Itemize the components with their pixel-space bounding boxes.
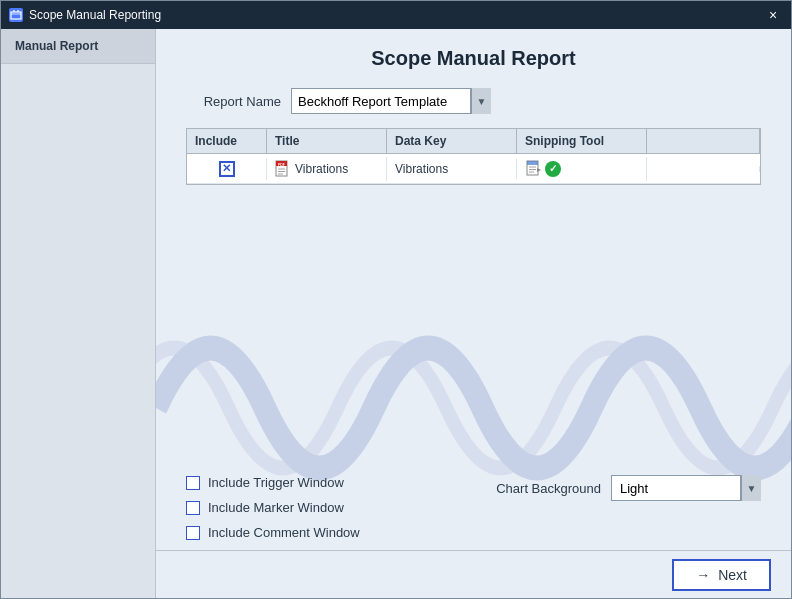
title-bar-left: Scope Manual Reporting xyxy=(9,8,161,22)
trigger-window-label: Include Trigger Window xyxy=(208,475,344,490)
col-extra xyxy=(647,129,760,153)
chart-bg-label: Chart Background xyxy=(496,481,601,496)
snip-check-icon: ✓ xyxy=(545,161,561,177)
checkboxes-column: Include Trigger Window Include Marker Wi… xyxy=(186,475,360,540)
snip-icons: ✓ xyxy=(525,160,561,178)
svg-rect-0 xyxy=(11,12,21,19)
report-table: Include Title Data Key Snipping Tool ✕ xyxy=(186,128,761,185)
spacer xyxy=(186,185,761,463)
sidebar: Manual Report xyxy=(1,29,156,598)
report-name-value: Beckhoff Report Template xyxy=(298,94,447,109)
trigger-window-row[interactable]: Include Trigger Window xyxy=(186,475,360,490)
next-button[interactable]: → Next xyxy=(672,559,771,591)
chart-bg-dropdown-arrow[interactable]: ▼ xyxy=(741,475,761,501)
cell-extra xyxy=(647,166,760,172)
table-row: ✕ PDF Vibratio xyxy=(187,154,760,184)
table-header: Include Title Data Key Snipping Tool xyxy=(187,129,760,154)
trigger-window-checkbox[interactable] xyxy=(186,476,200,490)
chart-bg-select-container[interactable]: Light ▼ xyxy=(611,475,761,501)
marker-window-row[interactable]: Include Marker Window xyxy=(186,500,360,515)
window-title: Scope Manual Reporting xyxy=(29,8,161,22)
report-name-row: Report Name Beckhoff Report Template ▼ xyxy=(186,88,761,114)
snip-doc-icon xyxy=(525,160,543,178)
close-button[interactable]: × xyxy=(763,5,783,25)
marker-window-checkbox[interactable] xyxy=(186,501,200,515)
row-datakey: Vibrations xyxy=(395,162,448,176)
svg-marker-15 xyxy=(537,168,541,172)
next-arrow: → xyxy=(696,567,710,583)
report-name-label: Report Name xyxy=(186,94,281,109)
comment-window-checkbox[interactable] xyxy=(186,526,200,540)
pdf-icon: PDF xyxy=(275,160,291,178)
sidebar-item-manual-report[interactable]: Manual Report xyxy=(1,29,155,64)
col-title: Title xyxy=(267,129,387,153)
comment-window-row[interactable]: Include Comment Window xyxy=(186,525,360,540)
row-title: Vibrations xyxy=(295,162,348,176)
comment-window-label: Include Comment Window xyxy=(208,525,360,540)
report-area: Scope Manual Report Report Name Beckhoff… xyxy=(156,29,791,598)
col-include: Include xyxy=(187,129,267,153)
svg-rect-11 xyxy=(527,161,538,165)
marker-window-label: Include Marker Window xyxy=(208,500,344,515)
main-content: Manual Report Scope Manual Report Report… xyxy=(1,29,791,598)
chart-background-row: Chart Background Light ▼ xyxy=(496,475,761,501)
title-bar: Scope Manual Reporting × xyxy=(1,1,791,29)
app-icon xyxy=(9,8,23,22)
chart-bg-value: Light xyxy=(620,481,648,496)
next-label: Next xyxy=(718,567,747,583)
cell-title: PDF Vibrations xyxy=(267,157,387,181)
cell-include[interactable]: ✕ xyxy=(187,158,267,180)
options-row: Include Trigger Window Include Marker Wi… xyxy=(186,475,761,540)
main-window: Scope Manual Reporting × Manual Report S… xyxy=(0,0,792,599)
include-checkbox[interactable]: ✕ xyxy=(219,161,235,177)
report-name-select[interactable]: Beckhoff Report Template xyxy=(291,88,471,114)
report-name-select-container[interactable]: Beckhoff Report Template ▼ xyxy=(291,88,491,114)
chart-bg-select[interactable]: Light xyxy=(611,475,741,501)
report-name-dropdown-arrow[interactable]: ▼ xyxy=(471,88,491,114)
col-datakey: Data Key xyxy=(387,129,517,153)
col-snipping: Snipping Tool xyxy=(517,129,647,153)
svg-text:PDF: PDF xyxy=(278,162,286,166)
report-main-title: Scope Manual Report xyxy=(186,47,761,70)
report-inner: Scope Manual Report Report Name Beckhoff… xyxy=(156,29,791,550)
cell-datakey: Vibrations xyxy=(387,159,517,179)
cell-snipping[interactable]: ✓ xyxy=(517,157,647,181)
bottom-bar: → Next xyxy=(156,550,791,598)
